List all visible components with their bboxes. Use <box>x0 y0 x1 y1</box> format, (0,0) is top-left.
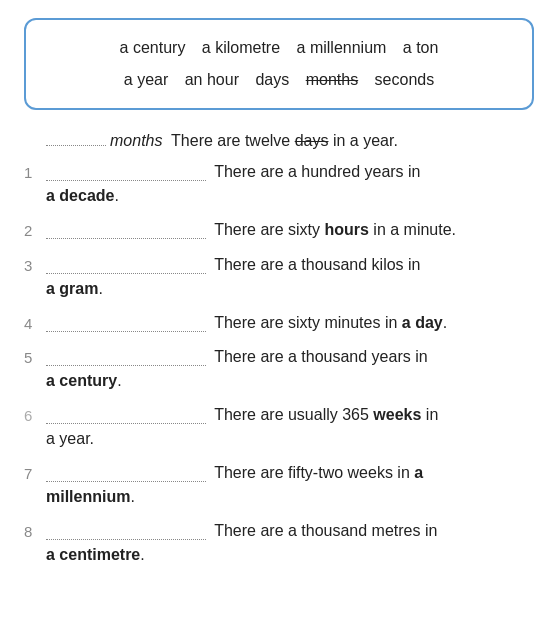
dotted-line-3 <box>46 273 206 274</box>
item-number-8: 8 <box>24 519 46 544</box>
example-answer: months <box>110 132 162 150</box>
sentence-5: There are a thousand years in <box>214 348 427 365</box>
sentence-6b: a year. <box>46 430 94 447</box>
word-kilometre: a kilometre <box>202 39 280 56</box>
bold-answer-7a: a <box>414 464 423 481</box>
word-hour: an hour <box>185 71 239 88</box>
item-content-6: There are usually 365 weeks in a year. <box>46 403 534 451</box>
word-seconds: seconds <box>375 71 435 88</box>
list-item: 5 There are a thousand years in a centur… <box>24 345 534 393</box>
sentence-4: There are sixty minutes in a day. <box>214 314 447 331</box>
item-number-3: 3 <box>24 253 46 278</box>
sentence-3: There are a thousand kilos in <box>214 256 420 273</box>
exercise-list: 1 There are a hundred years in a decade.… <box>24 160 534 567</box>
dotted-line-8 <box>46 539 206 540</box>
list-item: 7 There are fifty-two weeks in a millenn… <box>24 461 534 509</box>
answer-7b: millennium <box>46 488 130 505</box>
bold-answer-4: a day <box>402 314 443 331</box>
bold-word-2: hours <box>324 221 368 238</box>
period-1: . <box>114 187 118 204</box>
list-item: 6 There are usually 365 weeks in a year. <box>24 403 534 451</box>
word-box-line1: a century a kilometre a millennium a ton <box>44 32 514 64</box>
sentence-7: There are fifty-two weeks in a <box>214 464 423 481</box>
dotted-line-4 <box>46 331 206 332</box>
dotted-line-7 <box>46 481 206 482</box>
dotted-line-2 <box>46 238 206 239</box>
period-5: . <box>117 372 121 389</box>
period-3: . <box>98 280 102 297</box>
period-7: . <box>130 488 134 505</box>
word-year: a year <box>124 71 168 88</box>
answer-5: a century <box>46 372 117 389</box>
item-content-5: There are a thousand years in a century. <box>46 345 534 393</box>
word-ton: a ton <box>403 39 439 56</box>
period-8: . <box>140 546 144 563</box>
answer-8: a centimetre <box>46 546 140 563</box>
sentence-1: There are a hundred years in <box>214 163 420 180</box>
item-content-7: There are fifty-two weeks in a millenniu… <box>46 461 534 509</box>
sentence-6: There are usually 365 weeks in <box>214 406 438 423</box>
item-number-4: 4 <box>24 311 46 336</box>
answer-3: a gram <box>46 280 98 297</box>
item-content-8: There are a thousand metres in a centime… <box>46 519 534 567</box>
bold-word-6: weeks <box>373 406 421 423</box>
list-item: 1 There are a hundred years in a decade. <box>24 160 534 208</box>
item-content-4: There are sixty minutes in a day. <box>46 311 534 335</box>
list-item: 4 There are sixty minutes in a day. <box>24 311 534 336</box>
item-content-2: There are sixty hours in a minute. <box>46 218 534 242</box>
word-box: a century a kilometre a millennium a ton… <box>24 18 534 110</box>
list-item: 8 There are a thousand metres in a centi… <box>24 519 534 567</box>
list-item: 3 There are a thousand kilos in a gram. <box>24 253 534 301</box>
item-number-7: 7 <box>24 461 46 486</box>
word-century: a century <box>120 39 186 56</box>
dotted-line-5 <box>46 365 206 366</box>
item-number-5: 5 <box>24 345 46 370</box>
strikethrough-days: days <box>295 132 329 149</box>
example-sentence: There are twelve days in a year. <box>162 132 397 150</box>
answer-1: a decade <box>46 187 114 204</box>
list-item: 2 There are sixty hours in a minute. <box>24 218 534 243</box>
sentence-8: There are a thousand metres in <box>214 522 437 539</box>
word-box-line2: a year an hour days months seconds <box>44 64 514 96</box>
example-row: months There are twelve days in a year. <box>24 132 534 150</box>
item-number-6: 6 <box>24 403 46 428</box>
word-months: months <box>306 71 358 88</box>
word-days: days <box>255 71 289 88</box>
item-number-2: 2 <box>24 218 46 243</box>
example-dotted-line <box>46 145 106 146</box>
item-number-1: 1 <box>24 160 46 185</box>
dotted-line-6 <box>46 423 206 424</box>
item-content-1: There are a hundred years in a decade. <box>46 160 534 208</box>
sentence-2: There are sixty hours in a minute. <box>214 221 456 238</box>
word-millennium: a millennium <box>297 39 387 56</box>
item-content-3: There are a thousand kilos in a gram. <box>46 253 534 301</box>
dotted-line-1 <box>46 180 206 181</box>
